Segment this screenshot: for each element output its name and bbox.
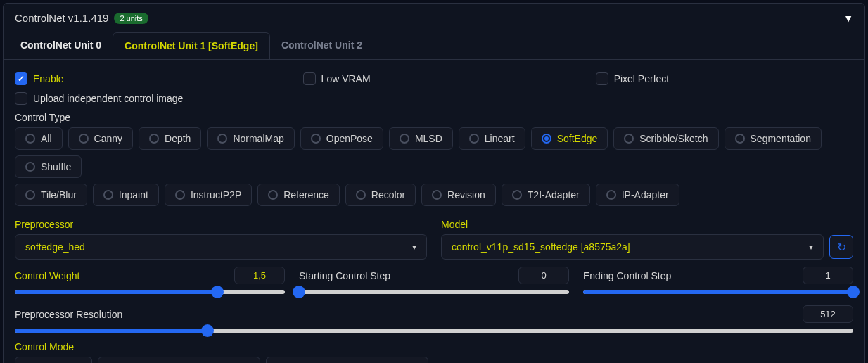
radio-icon: [432, 190, 442, 200]
preproc-resolution-label: Preprocessor Resolution: [15, 309, 122, 320]
chip-label: Recolor: [371, 189, 405, 200]
radio-icon: [400, 134, 409, 144]
radio-icon: [25, 190, 35, 200]
control-type-softedge[interactable]: SoftEdge: [531, 127, 608, 150]
control-type-instructp2p[interactable]: InstructP2P: [165, 184, 252, 206]
starting-step-label: Starting Control Step: [299, 270, 390, 281]
chip-label: MLSD: [415, 133, 442, 144]
preprocessor-select[interactable]: softedge_hed ▾: [15, 234, 427, 260]
enable-checkbox[interactable]: Enable: [15, 72, 64, 85]
pixel-perfect-checkbox[interactable]: Pixel Perfect: [596, 72, 670, 85]
chip-label: IP-Adapter: [622, 189, 669, 200]
radio-icon: [469, 134, 479, 144]
chip-label: Revision: [447, 189, 485, 200]
checkbox-icon: [15, 92, 27, 105]
preproc-resolution-slider[interactable]: [15, 329, 853, 333]
preprocessor-value: softedge_hed: [25, 241, 85, 253]
panel-title: ControlNet v1.1.419: [15, 12, 108, 24]
ending-step-label: Ending Control Step: [583, 270, 671, 281]
chip-label: All: [41, 133, 52, 144]
control-type-inpaint[interactable]: Inpaint: [93, 184, 159, 206]
model-value: control_v11p_sd15_softedge [a8575a2a]: [452, 241, 630, 253]
control-type-lineart[interactable]: Lineart: [459, 127, 525, 150]
chip-label: Inpaint: [119, 189, 148, 200]
chip-label: Lineart: [485, 133, 515, 144]
control-type-normalmap[interactable]: NormalMap: [207, 127, 294, 150]
unit-tabs: ControlNet Unit 0 ControlNet Unit 1 [Sof…: [4, 32, 864, 60]
control-mode-label: Control Mode: [15, 341, 853, 352]
chip-label: SoftEdge: [557, 133, 598, 144]
chip-label: OpenPose: [326, 133, 373, 144]
preprocessor-label: Preprocessor: [15, 219, 427, 230]
radio-icon: [606, 190, 616, 200]
chip-label: Scribble/Sketch: [639, 133, 708, 144]
control-type-canny[interactable]: Canny: [68, 127, 133, 150]
control-mode-controlnet-is-more-important[interactable]: ControlNet is more important: [266, 357, 428, 363]
control-type-mlsd[interactable]: MLSD: [389, 127, 453, 150]
control-type-t2i-adapter[interactable]: T2I-Adapter: [502, 184, 590, 206]
chip-label: Tile/Blur: [41, 189, 77, 200]
chip-label: Shuffle: [41, 161, 71, 172]
chip-label: Depth: [165, 133, 191, 144]
low-vram-checkbox[interactable]: Low VRAM: [303, 72, 371, 85]
control-weight-value[interactable]: 1,5: [234, 267, 285, 284]
control-type-ip-adapter[interactable]: IP-Adapter: [596, 184, 679, 206]
refresh-button[interactable]: ↻: [829, 235, 853, 259]
upload-independent-checkbox[interactable]: Upload independent control image: [15, 92, 183, 105]
panel-header[interactable]: ControlNet v1.1.419 2 units ▼: [4, 4, 864, 32]
chip-label: InstructP2P: [191, 189, 241, 200]
model-label: Model: [441, 219, 853, 230]
collapse-caret-icon[interactable]: ▼: [843, 13, 853, 24]
chip-label: T2I-Adapter: [528, 189, 580, 200]
starting-step-value[interactable]: 0: [518, 267, 569, 284]
control-type-all[interactable]: All: [15, 127, 63, 150]
control-mode-balanced[interactable]: Balanced: [15, 357, 92, 363]
control-mode-my-prompt-is-more-important[interactable]: My prompt is more important: [98, 357, 260, 363]
control-mode-options: BalancedMy prompt is more importantContr…: [15, 357, 853, 363]
control-type-depth[interactable]: Depth: [139, 127, 201, 150]
checkbox-icon: [15, 72, 27, 85]
radio-icon: [268, 190, 278, 200]
control-type-row-1: AllCannyDepthNormalMapOpenPoseMLSDLinear…: [15, 127, 853, 178]
chevron-down-icon: ▾: [809, 242, 813, 252]
checkbox-icon: [303, 72, 316, 85]
preproc-resolution-value[interactable]: 512: [803, 305, 853, 323]
control-type-openpose[interactable]: OpenPose: [300, 127, 383, 150]
radio-icon: [735, 134, 745, 144]
chip-label: Canny: [94, 133, 122, 144]
checkbox-icon: [596, 72, 608, 85]
radio-icon: [175, 190, 185, 200]
control-type-row-2: Tile/BlurInpaintInstructP2PReferenceReco…: [15, 184, 853, 206]
control-weight-slider[interactable]: [15, 290, 285, 294]
tab-unit-1[interactable]: ControlNet Unit 1 [SoftEdge]: [113, 32, 270, 59]
chip-label: Reference: [283, 189, 329, 200]
control-type-scribble-sketch[interactable]: Scribble/Sketch: [613, 127, 718, 150]
control-type-revision[interactable]: Revision: [421, 184, 496, 206]
chip-label: NormalMap: [233, 133, 283, 144]
radio-icon: [149, 134, 159, 144]
radio-icon: [25, 162, 35, 172]
control-type-reference[interactable]: Reference: [257, 184, 340, 206]
chevron-down-icon: ▾: [412, 242, 416, 252]
control-type-segmentation[interactable]: Segmentation: [725, 127, 822, 150]
model-select[interactable]: control_v11p_sd15_softedge [a8575a2a] ▾: [441, 234, 824, 260]
radio-icon: [356, 190, 366, 200]
control-type-shuffle[interactable]: Shuffle: [15, 155, 82, 178]
radio-icon: [25, 134, 35, 144]
ending-step-value[interactable]: 1: [803, 267, 853, 284]
ending-step-slider[interactable]: [583, 290, 853, 294]
tab-unit-0[interactable]: ControlNet Unit 0: [9, 32, 113, 59]
refresh-icon: ↻: [837, 241, 846, 254]
control-type-recolor[interactable]: Recolor: [345, 184, 416, 206]
radio-icon: [79, 134, 89, 144]
radio-icon: [512, 190, 522, 200]
control-type-tile-blur[interactable]: Tile/Blur: [15, 184, 87, 206]
units-badge: 2 units: [114, 13, 148, 24]
starting-step-slider[interactable]: [299, 290, 569, 294]
radio-icon: [624, 134, 634, 144]
chip-label: Segmentation: [751, 133, 811, 144]
control-weight-label: Control Weight: [15, 270, 79, 281]
tab-unit-2[interactable]: ControlNet Unit 2: [270, 32, 374, 59]
control-type-label: Control Type: [15, 112, 853, 123]
radio-icon: [311, 134, 321, 144]
